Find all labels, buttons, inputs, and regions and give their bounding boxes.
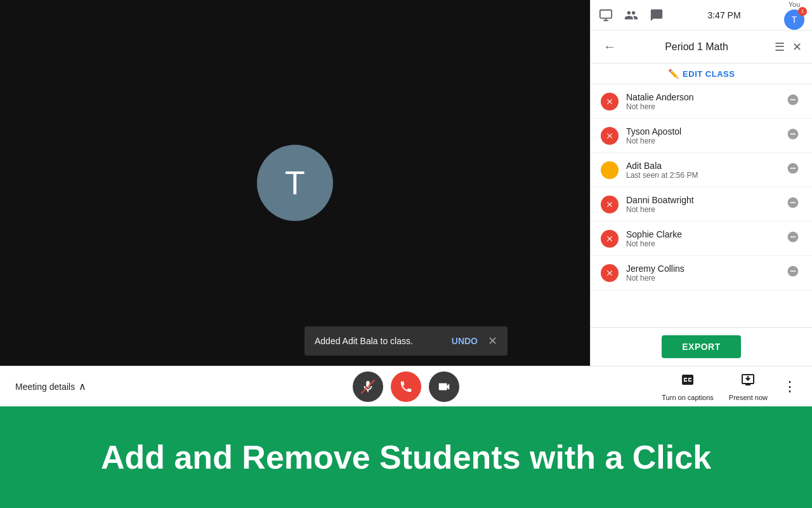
toast-notification: Added Adit Bala to class. UNDO ✕	[304, 326, 508, 356]
panel-topbar: 3:47 PM You T 1	[591, 0, 812, 30]
student-status: Not here	[626, 137, 784, 145]
student-status: Last seen at 2:56 PM	[626, 171, 784, 180]
student-item[interactable]: Natalie AndersonNot here	[591, 84, 812, 119]
student-info: Natalie AndersonNot here	[626, 92, 784, 111]
student-status: Not here	[626, 205, 784, 214]
toast-message: Added Adit Bala to class.	[315, 336, 442, 346]
banner-text: Add and Remove Students with a Click	[101, 438, 711, 476]
bottom-banner: Add and Remove Students with a Click	[0, 406, 812, 508]
student-info: Danni BoatwrightNot here	[626, 195, 784, 214]
student-name: Adit Bala	[626, 161, 784, 171]
back-button[interactable]: ←	[601, 37, 619, 57]
student-status-icon	[601, 93, 619, 110]
remove-student-button[interactable]	[784, 91, 802, 112]
student-status-icon	[601, 161, 619, 179]
present-icon[interactable]	[598, 8, 613, 23]
user-avatar-initial: T	[792, 15, 797, 25]
panel-header-actions: ☰ ✕	[775, 40, 802, 54]
student-name: Jeremy Collins	[626, 264, 784, 274]
student-name: Sophie Clarke	[626, 229, 784, 239]
export-area: EXPORT	[591, 327, 812, 366]
user-group: You T 1	[784, 1, 804, 30]
remove-student-button[interactable]	[784, 159, 802, 180]
student-info: Adit BalaLast seen at 2:56 PM	[626, 161, 784, 180]
notification-count: 1	[801, 8, 804, 14]
main-container: T	[0, 0, 812, 508]
right-panel: 3:47 PM You T 1 ← Period 1 Math ☰	[590, 0, 812, 366]
present-now-icon	[740, 372, 756, 391]
student-status-icon	[601, 230, 619, 248]
student-item[interactable]: Jeremy CollinsNot here	[591, 256, 812, 290]
more-options-button[interactable]: ⋮	[783, 378, 797, 395]
student-item[interactable]: Sophie ClarkeNot here	[591, 222, 812, 256]
student-status: Not here	[626, 102, 784, 111]
student-status-icon	[601, 196, 619, 213]
user-avatar-small: T 1	[784, 10, 804, 30]
camera-button[interactable]	[429, 371, 459, 402]
meeting-details[interactable]: Meeting details ∧	[15, 380, 86, 392]
remove-student-button[interactable]	[784, 262, 802, 283]
student-item[interactable]: Danni BoatwrightNot here	[591, 187, 812, 222]
captions-icon	[680, 372, 695, 391]
student-status-icon	[601, 264, 619, 282]
notification-badge: 1	[798, 7, 807, 16]
user-avatar: T	[257, 145, 333, 221]
present-button[interactable]: Present now	[729, 372, 768, 401]
bottom-center-controls	[353, 371, 459, 402]
student-name: Natalie Anderson	[626, 92, 784, 102]
edit-class-button[interactable]: ✏️ EDIT CLASS	[668, 69, 735, 79]
student-status-icon	[601, 127, 619, 145]
bottom-bar: Meeting details ∧	[0, 366, 812, 406]
video-main: T	[0, 0, 590, 366]
video-area: T	[0, 0, 812, 366]
student-info: Sophie ClarkeNot here	[626, 229, 784, 248]
svg-rect-0	[600, 10, 612, 18]
panel-topbar-icons	[598, 8, 664, 23]
student-status: Not here	[626, 239, 784, 248]
student-info: Tyson ApostolNot here	[626, 126, 784, 145]
you-label: You	[789, 1, 801, 8]
panel-title: Period 1 Math	[619, 41, 775, 53]
student-item[interactable]: Tyson ApostolNot here	[591, 119, 812, 153]
edit-class-label: EDIT CLASS	[683, 69, 735, 79]
edit-class-bar: ✏️ EDIT CLASS	[591, 64, 812, 84]
mic-button[interactable]	[353, 371, 383, 402]
avatar-initial: T	[285, 164, 305, 202]
captions-label: Turn on captions	[662, 394, 714, 401]
meeting-details-label: Meeting details	[15, 382, 75, 392]
menu-icon[interactable]: ☰	[775, 40, 785, 54]
close-icon[interactable]: ✕	[792, 40, 802, 54]
present-label: Present now	[729, 394, 768, 401]
remove-student-button[interactable]	[784, 194, 802, 215]
remove-student-button[interactable]	[784, 228, 802, 249]
toast-close-button[interactable]: ✕	[488, 334, 497, 348]
student-name: Tyson Apostol	[626, 126, 784, 137]
chevron-up-icon: ∧	[79, 380, 86, 392]
time-display: 3:47 PM	[707, 10, 740, 20]
chat-icon[interactable]	[649, 8, 664, 23]
export-button[interactable]: EXPORT	[662, 335, 741, 358]
student-list: Natalie AndersonNot hereTyson ApostolNot…	[591, 84, 812, 327]
remove-student-button[interactable]	[784, 125, 802, 146]
panel-header: ← Period 1 Math ☰ ✕	[591, 30, 812, 64]
pencil-icon: ✏️	[668, 69, 679, 79]
toast-undo-button[interactable]: UNDO	[452, 336, 478, 346]
student-item[interactable]: Adit BalaLast seen at 2:56 PM	[591, 153, 812, 187]
end-call-button[interactable]	[391, 371, 421, 402]
student-status: Not here	[626, 274, 784, 283]
student-name: Danni Boatwright	[626, 195, 784, 205]
bottom-right-controls: Turn on captions Present now ⋮	[662, 372, 797, 401]
student-info: Jeremy CollinsNot here	[626, 264, 784, 283]
people-icon[interactable]	[624, 8, 639, 23]
captions-button[interactable]: Turn on captions	[662, 372, 714, 401]
